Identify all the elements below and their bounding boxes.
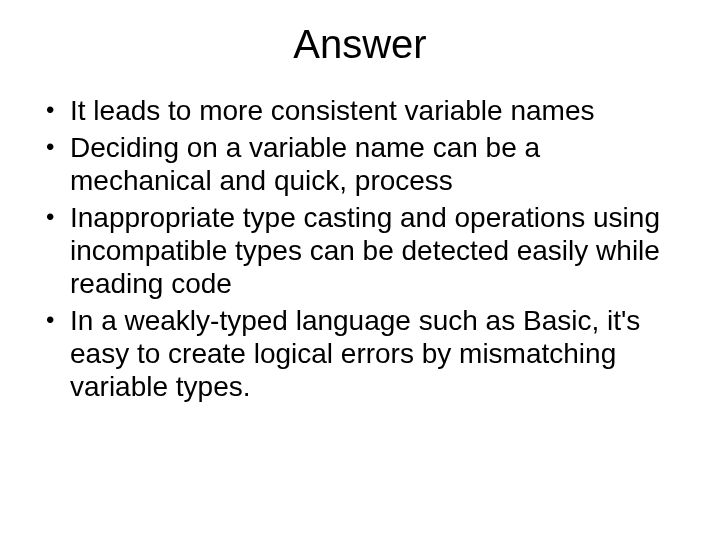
list-item: Inappropriate type casting and operation…	[40, 201, 680, 300]
slide-title: Answer	[40, 22, 680, 66]
bullet-list: It leads to more consistent variable nam…	[40, 94, 680, 403]
slide: Answer It leads to more consistent varia…	[0, 0, 720, 540]
list-item: It leads to more consistent variable nam…	[40, 94, 680, 127]
list-item: Deciding on a variable name can be a mec…	[40, 131, 680, 197]
list-item: In a weakly-typed language such as Basic…	[40, 304, 680, 403]
